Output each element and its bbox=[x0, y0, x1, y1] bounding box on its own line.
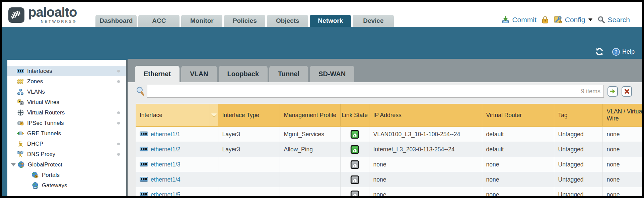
search-button[interactable]: Search bbox=[597, 16, 630, 24]
col-header-link[interactable]: Link State bbox=[340, 104, 369, 127]
subtab-ethernet[interactable]: Ethernet bbox=[135, 66, 180, 82]
subtab-tunnel[interactable]: Tunnel bbox=[269, 66, 308, 82]
cell-management-profile: Mgmt_Services bbox=[280, 127, 340, 142]
sidebar-item-vlans[interactable]: VLANs bbox=[7, 87, 126, 97]
cell-tag: Untagged bbox=[554, 187, 602, 196]
col-header-vr[interactable]: Virtual Router bbox=[482, 104, 554, 127]
interface-link[interactable]: ethernet1/2 bbox=[151, 146, 181, 153]
toolbar-band: ? Help bbox=[2, 27, 642, 59]
lock-icon[interactable] bbox=[542, 15, 549, 24]
cell-ip-address: none bbox=[369, 157, 482, 172]
commit-button[interactable]: Commit bbox=[501, 15, 536, 24]
interface-link[interactable]: ethernet1/3 bbox=[151, 161, 181, 168]
tab-objects[interactable]: Objects bbox=[267, 15, 308, 27]
interfaces-icon bbox=[17, 68, 24, 75]
sidebar-item-portals[interactable]: Portals bbox=[7, 170, 126, 180]
cell-virtual-router: default bbox=[482, 142, 554, 157]
clear-filter-button[interactable] bbox=[622, 86, 632, 97]
sidebar-item-virtual-wires[interactable]: Virtual Wires bbox=[7, 97, 126, 107]
interface-link[interactable]: ethernet1/4 bbox=[151, 176, 181, 183]
sidebar-item-label: GRE Tunnels bbox=[27, 130, 61, 137]
ethernet-panel: 9 items bbox=[128, 82, 642, 196]
cell-virtual-router: none bbox=[482, 172, 554, 187]
status-dot bbox=[117, 122, 120, 125]
brand-subtitle: NETWORKS® bbox=[41, 19, 77, 23]
sidebar-item-zones[interactable]: Zones bbox=[7, 76, 126, 87]
cell-interface-type: Layer3 bbox=[218, 127, 280, 142]
col-header-tag[interactable]: Tag bbox=[554, 104, 602, 127]
sidebar-item-ipsec-tunnels[interactable]: IPSec Tunnels bbox=[7, 118, 126, 128]
help-button[interactable]: ? Help bbox=[612, 48, 635, 56]
link-down-icon bbox=[341, 187, 369, 196]
cell-interface-type bbox=[218, 157, 280, 172]
cell-virtual-router: default bbox=[482, 127, 554, 142]
green-arrow-icon bbox=[610, 89, 616, 94]
gre-tunnels-icon bbox=[17, 130, 24, 137]
filter-input[interactable] bbox=[147, 85, 581, 97]
cell-vlan: none bbox=[602, 172, 642, 187]
status-dot bbox=[117, 80, 120, 83]
tab-network[interactable]: Network bbox=[310, 15, 351, 27]
subtab-sd-wan[interactable]: SD-WAN bbox=[310, 66, 354, 82]
help-label: Help bbox=[622, 48, 635, 55]
cell-vlan: none bbox=[602, 187, 642, 196]
interface-link[interactable]: ethernet1/5 bbox=[151, 191, 181, 196]
sidebar-item-globalprotect[interactable]: GlobalProtect bbox=[7, 159, 126, 170]
config-dropdown[interactable]: Config bbox=[554, 15, 593, 24]
col-header-interface[interactable]: Interface bbox=[136, 104, 218, 127]
sidebar-item-gateways[interactable]: Gateways bbox=[7, 180, 126, 191]
link-up-icon bbox=[341, 142, 369, 157]
tab-monitor[interactable]: Monitor bbox=[181, 15, 222, 27]
tab-device[interactable]: Device bbox=[353, 15, 394, 27]
table-header: InterfaceInterface TypeManagement Profil… bbox=[136, 104, 642, 127]
cell-ip-address: none bbox=[369, 172, 482, 187]
search-icon bbox=[597, 16, 605, 23]
status-dot bbox=[117, 111, 120, 114]
virtual-routers-icon bbox=[17, 109, 24, 116]
app-window: paloalto NETWORKS® DashboardACCMonitorPo… bbox=[0, 0, 644, 198]
table-row: ethernet1/1Layer3Mgmt_ServicesVLAN0100_L… bbox=[136, 127, 642, 142]
main-nav-tabs: DashboardACCMonitorPoliciesObjectsNetwor… bbox=[95, 15, 396, 27]
sidebar-item-dhcp[interactable]: IPDHCP bbox=[7, 139, 126, 149]
col-header-type[interactable]: Interface Type bbox=[218, 104, 280, 127]
top-bar: paloalto NETWORKS® DashboardACCMonitorPo… bbox=[2, 2, 642, 27]
virtual-wires-icon bbox=[17, 99, 24, 106]
tab-acc[interactable]: ACC bbox=[138, 15, 180, 27]
sort-indicator[interactable] bbox=[210, 104, 218, 126]
filter-search-icon bbox=[136, 86, 145, 96]
cell-management-profile bbox=[280, 187, 340, 196]
tab-policies[interactable]: Policies bbox=[224, 15, 265, 27]
col-header-vlan[interactable]: VLAN / Virtual Wire bbox=[602, 104, 642, 127]
gateways-icon bbox=[31, 182, 39, 189]
col-header-profile[interactable]: Management Profile bbox=[280, 104, 340, 127]
help-icon: ? bbox=[612, 48, 620, 56]
interface-type-tabs: EthernetVLANLoopbackTunnelSD-WAN bbox=[128, 59, 642, 82]
cell-vlan: none bbox=[602, 127, 642, 142]
svg-text:IP: IP bbox=[19, 140, 21, 143]
dns-proxy-icon: DNS bbox=[17, 151, 24, 158]
expand-caret-icon[interactable] bbox=[11, 163, 16, 166]
subtab-vlan[interactable]: VLAN bbox=[181, 66, 217, 82]
sidebar-item-dns-proxy[interactable]: DNSDNS Proxy bbox=[7, 149, 126, 159]
sidebar-item-virtual-routers[interactable]: Virtual Routers bbox=[7, 107, 126, 118]
interfaces-table: InterfaceInterface TypeManagement Profil… bbox=[136, 104, 642, 196]
refresh-button[interactable] bbox=[595, 47, 604, 56]
sidebar-item-gre-tunnels[interactable]: GRE Tunnels bbox=[7, 128, 126, 139]
link-up-icon bbox=[341, 127, 369, 142]
paloalto-logo-icon bbox=[8, 7, 25, 23]
sidebar-item-interfaces[interactable]: Interfaces bbox=[7, 66, 126, 76]
interface-link[interactable]: ethernet1/1 bbox=[151, 131, 181, 138]
link-down-icon bbox=[341, 157, 369, 172]
sidebar-item-label: Virtual Wires bbox=[27, 99, 59, 106]
cell-vlan: none bbox=[602, 142, 642, 157]
col-header-ip[interactable]: IP Address bbox=[369, 104, 482, 127]
cell-tag: Untagged bbox=[554, 142, 602, 157]
search-label: Search bbox=[607, 16, 630, 24]
interface-icon bbox=[140, 131, 148, 138]
table-row: ethernet1/2Layer3Allow_PingInternet_L3_2… bbox=[136, 142, 642, 157]
apply-filter-button[interactable] bbox=[607, 86, 618, 97]
tab-dashboard[interactable]: Dashboard bbox=[95, 15, 137, 27]
cell-tag: Untagged bbox=[554, 157, 602, 172]
table-row: ethernet1/4nonenoneUntaggednone bbox=[136, 172, 642, 187]
subtab-loopback[interactable]: Loopback bbox=[219, 66, 268, 82]
